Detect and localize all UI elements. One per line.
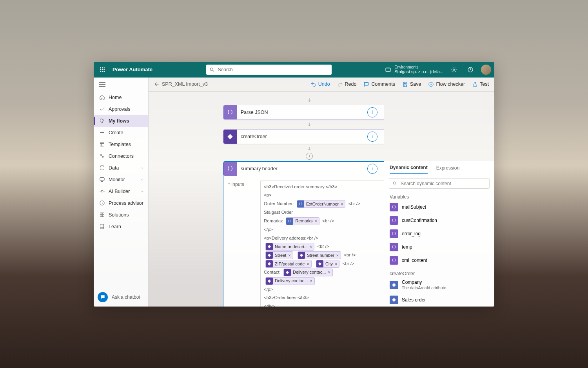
var-error-log[interactable]: error_log (384, 227, 494, 240)
card-menu[interactable]: ··· (380, 109, 384, 116)
nav-connectors[interactable]: Connectors (94, 150, 148, 162)
svg-point-5 (102, 69, 103, 70)
nav-solutions[interactable]: Solutions (94, 209, 148, 221)
co-company[interactable]: CompanyThe dataAreaId attribute. (384, 277, 494, 293)
flow-canvas[interactable]: Parse JSON i ··· createOrder i ··· (149, 92, 384, 307)
tab-dynamic-content[interactable]: Dynamic content (390, 165, 428, 174)
top-bar: Power Automate Environments Stalgast sp.… (94, 62, 494, 78)
redo-button[interactable]: Redo (337, 81, 357, 87)
token-remarks[interactable]: Remarks× (286, 217, 319, 225)
test-button[interactable]: Test (472, 81, 489, 87)
token-street[interactable]: Street× (265, 251, 293, 259)
token-remove[interactable]: × (336, 251, 339, 260)
search-icon (392, 181, 397, 186)
co-sales-order[interactable]: Sales order (384, 293, 494, 307)
comments-button[interactable]: Comments (363, 81, 395, 87)
svg-rect-14 (100, 143, 104, 146)
monitor-icon (99, 177, 105, 182)
arrow-left-icon (154, 81, 160, 87)
nav-templates[interactable]: Templates (94, 139, 148, 150)
app-launcher[interactable] (97, 64, 108, 75)
card-body: * Inputs <h3>Received order summary:</h3… (223, 176, 384, 307)
info-icon[interactable]: i (367, 107, 377, 117)
token-remove[interactable]: × (335, 260, 337, 268)
var-cust-confirmation[interactable]: custConfirmation (384, 214, 494, 227)
nav-create[interactable]: Create (94, 127, 148, 139)
token-remove[interactable]: × (310, 243, 312, 251)
hamburger-icon (99, 82, 105, 87)
info-icon[interactable]: i (367, 164, 377, 174)
svg-point-25 (429, 82, 433, 86)
tab-expression[interactable]: Expression (436, 165, 459, 174)
chatbot-button[interactable]: Ask a chatbot (94, 288, 148, 307)
token-zip[interactable]: ZIP/postal code× (265, 260, 312, 268)
dynamic-search[interactable] (389, 178, 490, 189)
nav-data[interactable]: Data (94, 162, 148, 174)
arrow-down-icon (307, 122, 312, 127)
card-summary-header[interactable]: summary header i ··· (223, 161, 384, 176)
global-search[interactable] (206, 65, 332, 75)
back-button[interactable]: SPR_XML Import_v3 (154, 81, 208, 87)
token-remove[interactable]: × (310, 277, 312, 285)
token-remove[interactable]: × (288, 251, 290, 260)
var-mail-subject[interactable]: mailSubject (384, 200, 494, 214)
var-xml-content[interactable]: xml_content (384, 254, 494, 267)
user-avatar[interactable] (481, 65, 491, 75)
token-remove[interactable]: × (341, 200, 343, 208)
save-icon (402, 81, 408, 87)
nav-monitor[interactable]: Monitor (94, 174, 148, 186)
token-street-number[interactable]: Street number× (298, 251, 341, 259)
undo-button[interactable]: Undo (310, 81, 330, 87)
token-name[interactable]: Name or descri...× (265, 243, 314, 251)
token-remove[interactable]: × (314, 217, 317, 225)
dynamic-search-input[interactable] (400, 180, 486, 187)
nav-home[interactable]: Home (94, 92, 148, 103)
help-button[interactable] (465, 64, 476, 76)
save-button[interactable]: Save (402, 81, 421, 87)
card-menu[interactable]: ··· (380, 165, 384, 172)
token-remove[interactable]: × (307, 260, 309, 268)
svg-point-17 (100, 166, 104, 167)
inputs-editor[interactable]: <h3>Received order summary:</h3> <p> Ord… (260, 180, 384, 307)
svg-point-19 (101, 190, 103, 192)
token-delivery-contact-2[interactable]: Delivery contac...× (265, 277, 315, 285)
waffle-icon (99, 67, 105, 73)
svg-point-2 (102, 67, 103, 69)
section-variables: Variables (384, 193, 494, 200)
nav-learn[interactable]: Learn (94, 221, 148, 233)
flow-checker-button[interactable]: Flow checker (428, 81, 465, 87)
svg-point-1 (100, 67, 101, 69)
redo-icon (337, 81, 343, 87)
token-city[interactable]: City× (316, 260, 339, 268)
info-icon[interactable]: i (367, 132, 377, 142)
add-step[interactable]: + (306, 153, 313, 160)
nav-collapse[interactable] (94, 78, 148, 92)
nav-my-flows[interactable]: My flows (94, 115, 148, 127)
var-temp[interactable]: temp (384, 240, 494, 254)
learn-icon (99, 224, 105, 229)
token-delivery-contact-1[interactable]: Delivery contac...× (283, 269, 333, 276)
data-icon (99, 165, 105, 171)
settings-button[interactable] (448, 64, 460, 76)
nav-process-advisor[interactable]: Process advisor (94, 197, 148, 209)
svg-point-12 (453, 69, 455, 70)
svg-point-4 (100, 69, 101, 70)
help-icon (467, 67, 474, 73)
card-menu[interactable]: ··· (380, 133, 384, 140)
chevron-down-icon (140, 189, 144, 193)
card-parse-json[interactable]: Parse JSON i ··· (223, 105, 384, 120)
search-input[interactable] (217, 67, 328, 73)
solutions-icon (99, 212, 105, 218)
command-bar: SPR_XML Import_v3 Undo Redo Comments Sav… (149, 78, 494, 92)
nav-approvals[interactable]: Approvals (94, 103, 148, 115)
arrow-down-icon (307, 146, 312, 152)
environment-picker[interactable]: Environments Stalgast sp. z o.o. (defa..… (385, 65, 443, 74)
svg-rect-11 (386, 68, 390, 71)
token-ext-order-number[interactable]: ExtOrderNumber× (297, 200, 346, 208)
token-remove[interactable]: × (328, 268, 330, 276)
svg-rect-24 (102, 215, 104, 216)
card-create-order[interactable]: createOrder i ··· (223, 129, 384, 144)
svg-point-9 (103, 71, 105, 72)
main-area: SPR_XML Import_v3 Undo Redo Comments Sav… (149, 78, 494, 307)
nav-ai-builder[interactable]: AI Builder (94, 186, 148, 197)
